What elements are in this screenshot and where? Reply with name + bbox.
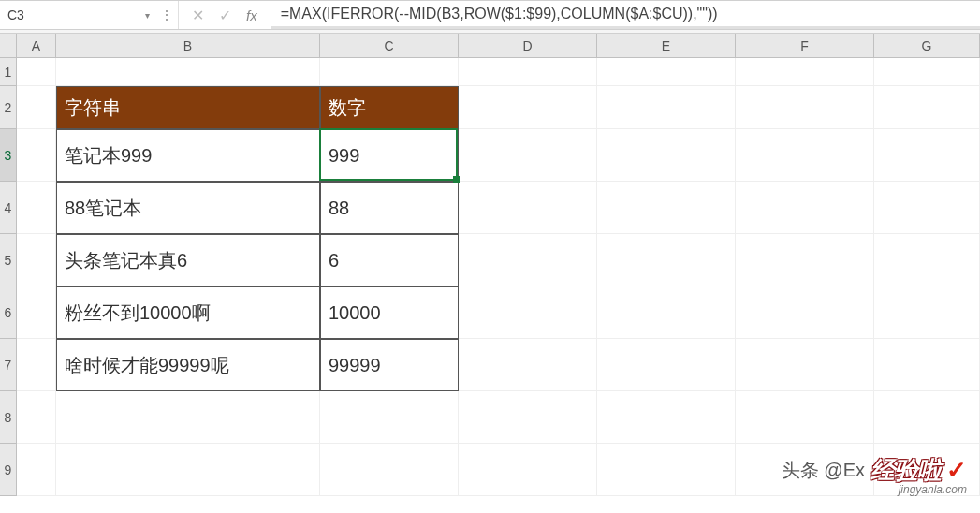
table-cell[interactable]: 6 — [320, 234, 459, 286]
column-header[interactable]: D — [459, 34, 597, 57]
table-cell[interactable]: 粉丝不到10000啊 — [56, 286, 320, 339]
row-header[interactable]: 4 — [0, 182, 16, 234]
grid-cell[interactable] — [874, 58, 980, 86]
grid-cell[interactable] — [597, 86, 736, 129]
grid-cell[interactable] — [597, 58, 736, 86]
grid-cell[interactable] — [736, 182, 874, 234]
grid-cell[interactable] — [597, 182, 736, 234]
select-all-corner[interactable] — [0, 34, 17, 58]
grid-cell[interactable] — [874, 129, 980, 182]
row-header[interactable]: 3 — [0, 129, 16, 182]
row-header[interactable]: 6 — [0, 286, 16, 339]
grid-cell[interactable] — [56, 391, 320, 444]
table-cell[interactable]: 啥时候才能99999呢 — [56, 339, 320, 391]
grid-cell[interactable] — [17, 86, 56, 129]
row-header[interactable]: 9 — [0, 444, 16, 496]
grid-cell[interactable] — [736, 286, 874, 339]
formula-controls: ✕ ✓ fx — [179, 1, 271, 29]
grid-cell[interactable] — [17, 444, 56, 496]
grid-cell[interactable] — [459, 182, 597, 234]
fx-icon[interactable]: fx — [246, 7, 257, 23]
name-box[interactable]: C3 ▾ — [0, 1, 154, 29]
grid-cell[interactable] — [17, 234, 56, 286]
grid-cell[interactable] — [56, 444, 320, 496]
grid-row — [17, 391, 980, 444]
grid-row: 啥时候才能99999呢99999 — [17, 339, 980, 391]
table-cell[interactable]: 999 — [320, 129, 459, 182]
grid-row: 头条笔记本真66 — [17, 234, 980, 286]
table-cell[interactable]: 10000 — [320, 286, 459, 339]
grid-cell[interactable] — [459, 86, 597, 129]
table-header-cell[interactable]: 数字 — [320, 86, 459, 129]
grid-cell[interactable] — [17, 391, 56, 444]
grid-cell[interactable] — [874, 182, 980, 234]
cancel-icon[interactable]: ✕ — [192, 7, 204, 24]
grid-cell[interactable] — [736, 339, 874, 391]
grid-cell[interactable] — [17, 182, 56, 234]
table-header-cell[interactable]: 字符串 — [56, 86, 320, 129]
spreadsheet-grid: 123456789 ABCDEFG 字符串数字笔记本99999988笔记本88头… — [0, 34, 980, 513]
grid-cell[interactable] — [17, 339, 56, 391]
grid-cell[interactable] — [874, 286, 980, 339]
grid-cell[interactable] — [597, 234, 736, 286]
row-header[interactable]: 7 — [0, 339, 16, 391]
grid-cell[interactable] — [736, 444, 874, 496]
grid-cell[interactable] — [874, 339, 980, 391]
grid-cell[interactable] — [459, 58, 597, 86]
row-header[interactable]: 8 — [0, 391, 16, 444]
grid-row: 字符串数字 — [17, 86, 980, 129]
grid-cell[interactable] — [736, 129, 874, 182]
column-header[interactable]: A — [17, 34, 56, 57]
grid-cell[interactable] — [459, 391, 597, 444]
grid-cell[interactable] — [736, 234, 874, 286]
grid-cell[interactable] — [597, 286, 736, 339]
row-header-column: 123456789 — [0, 34, 17, 513]
column-header[interactable]: G — [874, 34, 980, 57]
grid-cell[interactable] — [736, 391, 874, 444]
chevron-down-icon[interactable]: ▾ — [145, 10, 150, 21]
table-cell[interactable]: 88笔记本 — [56, 182, 320, 234]
column-header[interactable]: E — [597, 34, 736, 57]
table-cell[interactable]: 88 — [320, 182, 459, 234]
grid-main: ABCDEFG 字符串数字笔记本99999988笔记本88头条笔记本真66粉丝不… — [17, 34, 980, 513]
formula-text: =MAX(IFERROR(--MID(B3,ROW($1:$99),COLUMN… — [281, 6, 718, 22]
grid-cell[interactable] — [736, 86, 874, 129]
table-cell[interactable]: 头条笔记本真6 — [56, 234, 320, 286]
grid-cell[interactable] — [459, 129, 597, 182]
confirm-icon[interactable]: ✓ — [219, 7, 231, 24]
column-header[interactable]: F — [736, 34, 874, 57]
grid-cell[interactable] — [459, 444, 597, 496]
grid-row: 粉丝不到10000啊10000 — [17, 286, 980, 339]
grid-cell[interactable] — [17, 58, 56, 86]
grid-cell[interactable] — [597, 129, 736, 182]
grid-cell[interactable] — [874, 234, 980, 286]
grid-cell[interactable] — [874, 391, 980, 444]
formula-input[interactable]: =MAX(IFERROR(--MID(B3,ROW($1:$99),COLUMN… — [271, 1, 980, 29]
grid-cell[interactable] — [320, 58, 459, 86]
grid-cell[interactable] — [874, 86, 980, 129]
grid-cell[interactable] — [597, 339, 736, 391]
grid-cell[interactable] — [597, 444, 736, 496]
grid-cell[interactable] — [597, 391, 736, 444]
formula-bar: C3 ▾ ⋮ ✕ ✓ fx =MAX(IFERROR(--MID(B3,ROW(… — [0, 0, 980, 30]
row-header[interactable]: 2 — [0, 86, 16, 129]
grid-cell[interactable] — [459, 339, 597, 391]
column-header[interactable]: C — [320, 34, 459, 57]
grid-cell[interactable] — [736, 58, 874, 86]
grid-cell[interactable] — [17, 286, 56, 339]
table-cell[interactable]: 笔记本999 — [56, 129, 320, 182]
row-header[interactable]: 5 — [0, 234, 16, 286]
grid-row — [17, 444, 980, 496]
grid-cell[interactable] — [459, 234, 597, 286]
grid-cell[interactable] — [56, 58, 320, 86]
name-box-value: C3 — [7, 7, 24, 22]
formula-bar-options[interactable]: ⋮ — [154, 1, 179, 29]
grid-cell[interactable] — [459, 286, 597, 339]
row-header[interactable]: 1 — [0, 58, 16, 86]
column-header[interactable]: B — [56, 34, 320, 57]
grid-cell[interactable] — [17, 129, 56, 182]
grid-cell[interactable] — [320, 391, 459, 444]
grid-cell[interactable] — [320, 444, 459, 496]
table-cell[interactable]: 99999 — [320, 339, 459, 391]
grid-cell[interactable] — [874, 444, 980, 496]
